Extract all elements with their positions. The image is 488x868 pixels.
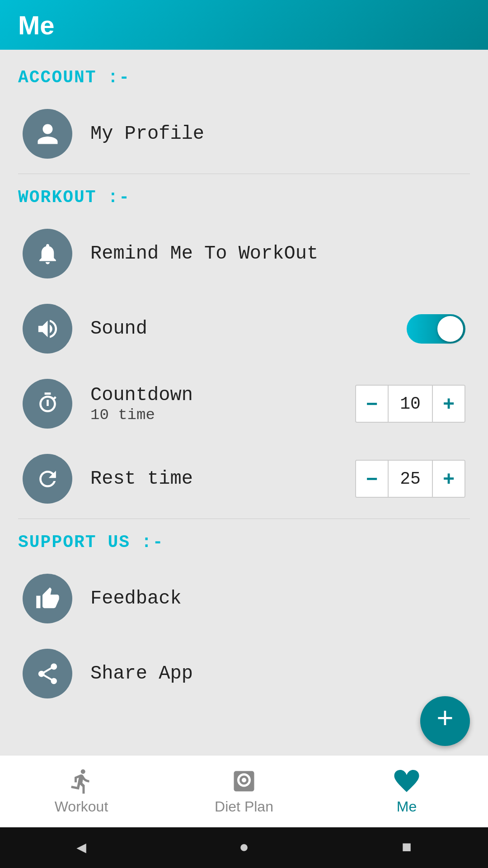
share-app-label: Share App bbox=[90, 663, 465, 684]
workout-section-label: WORKOUT :- bbox=[18, 188, 470, 207]
countdown-labels: Countdown 10 time bbox=[90, 384, 193, 424]
rest-time-stepper: − 25 + bbox=[355, 460, 465, 498]
rest-time-decrement[interactable]: − bbox=[356, 461, 388, 497]
speaker-icon bbox=[23, 304, 72, 354]
divider-2 bbox=[18, 519, 470, 519]
rest-time-increment[interactable]: + bbox=[433, 461, 465, 497]
remind-workout-item[interactable]: Remind Me To WorkOut bbox=[18, 216, 470, 291]
sound-label: Sound bbox=[90, 318, 407, 340]
main-content: ACCOUNT :- My Profile WORKOUT :- Remind … bbox=[0, 50, 488, 755]
header: Me bbox=[0, 0, 488, 50]
rest-time-item: Rest time − 25 + bbox=[18, 441, 470, 516]
countdown-sublabel: 10 time bbox=[90, 406, 193, 424]
recent-button[interactable]: ■ bbox=[402, 839, 412, 857]
nav-me-label: Me bbox=[397, 798, 417, 815]
countdown-item: Countdown 10 time − 10 + bbox=[18, 366, 470, 441]
rest-time-label: Rest time bbox=[90, 468, 355, 490]
android-nav-bar: ◀ ● ■ bbox=[0, 827, 488, 868]
timer-icon bbox=[23, 379, 72, 429]
share-app-item[interactable]: Share App bbox=[18, 636, 470, 711]
nav-workout[interactable]: Workout bbox=[0, 768, 163, 815]
divider-1 bbox=[18, 174, 470, 174]
back-button[interactable]: ◀ bbox=[76, 838, 86, 858]
countdown-increment[interactable]: + bbox=[433, 386, 465, 422]
share-icon bbox=[23, 649, 72, 698]
nav-me[interactable]: Me bbox=[325, 768, 488, 815]
refresh-icon bbox=[23, 454, 72, 504]
sound-item[interactable]: Sound bbox=[18, 291, 470, 366]
fab-button[interactable]: + bbox=[420, 696, 470, 746]
nav-workout-label: Workout bbox=[55, 798, 108, 815]
countdown-stepper: − 10 + bbox=[355, 385, 465, 423]
my-profile-item[interactable]: My Profile bbox=[18, 96, 470, 171]
home-button[interactable]: ● bbox=[239, 839, 249, 857]
feedback-label: Feedback bbox=[90, 588, 465, 609]
countdown-value: 10 bbox=[388, 386, 433, 422]
account-section-label: ACCOUNT :- bbox=[18, 68, 470, 87]
bell-icon bbox=[23, 229, 72, 278]
nav-diet-plan-label: Diet Plan bbox=[215, 798, 273, 815]
nav-diet-plan[interactable]: Diet Plan bbox=[163, 768, 325, 815]
rest-time-value: 25 bbox=[388, 461, 433, 497]
toggle-knob bbox=[437, 316, 463, 342]
bottom-navigation: Workout Diet Plan Me bbox=[0, 755, 488, 827]
countdown-label: Countdown bbox=[90, 384, 193, 406]
remind-workout-label: Remind Me To WorkOut bbox=[90, 243, 465, 264]
my-profile-label: My Profile bbox=[90, 123, 465, 145]
fab-icon: + bbox=[436, 706, 454, 735]
feedback-item[interactable]: Feedback bbox=[18, 561, 470, 636]
person-icon bbox=[23, 109, 72, 159]
support-section-label: SUPPORT US :- bbox=[18, 533, 470, 552]
thumbsup-icon bbox=[23, 574, 72, 623]
page-title: Me bbox=[18, 10, 55, 40]
countdown-decrement[interactable]: − bbox=[356, 386, 388, 422]
sound-toggle[interactable] bbox=[407, 314, 465, 344]
